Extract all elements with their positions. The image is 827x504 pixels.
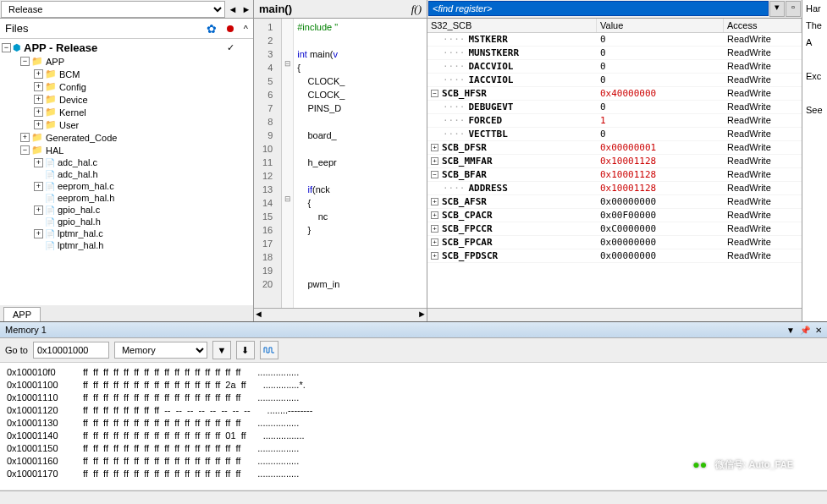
memory-btn-refresh[interactable]: ⬇ [236, 341, 255, 359]
project-tab[interactable]: APP [3, 307, 41, 321]
status-bar [0, 490, 827, 504]
tree-item[interactable]: +📄eeprom_hal.c [0, 180, 253, 192]
tree-item[interactable]: +📄gpio_hal.c [0, 204, 253, 216]
code-title: main() [259, 3, 411, 15]
memory-btn-dropdown[interactable]: ▼ [212, 341, 231, 359]
register-row[interactable]: ····FORCED1ReadWrite [427, 114, 802, 128]
register-panel: ▾ ▫ S32_SCB Value Access ····MSTKERR0Rea… [427, 0, 802, 321]
tree-item[interactable]: +📄adc_hal.c [0, 156, 253, 168]
register-row[interactable]: ····ADDRESS0x10001128ReadWrite [427, 182, 802, 195]
memory-close-icon[interactable]: ✕ [815, 326, 822, 335]
tree-item[interactable]: 📄eeprom_hal.h [0, 192, 253, 204]
memory-address-input[interactable] [33, 342, 109, 359]
memory-btn-signal[interactable] [260, 341, 278, 359]
register-grid[interactable]: S32_SCB Value Access ····MSTKERR0ReadWri… [427, 19, 802, 308]
project-tree[interactable]: −⬢APP - Release✓−📁APP+📁BCM+📁Config+📁Devi… [0, 39, 253, 305]
memory-row[interactable]: 0x10001170ff ff ff ff ff ff ff ff ff ff … [7, 468, 820, 480]
memory-row[interactable]: 0x10001100ff ff ff ff ff ff ff ff ff ff … [7, 379, 820, 392]
tree-item[interactable]: +📄lptmr_hal.c [0, 227, 253, 239]
register-row[interactable]: +SCB_DFSR0x00000001ReadWrite [427, 141, 802, 155]
memory-type-select[interactable]: Memory [114, 342, 207, 359]
tree-item[interactable]: 📄gpio_hal.h [0, 216, 253, 227]
project-panel: Release ◄ ► Files ✿ ^ −⬢APP - Release✓−📁… [0, 0, 254, 321]
memory-row[interactable]: 0x10001150ff ff ff ff ff ff ff ff ff ff … [7, 442, 820, 455]
register-row[interactable]: +SCB_FPCAR0x00000000ReadWrite [427, 236, 802, 249]
up-icon[interactable]: ^ [244, 24, 248, 34]
memory-dump[interactable]: 0x100010f0ff ff ff ff ff ff ff ff ff ff … [0, 363, 827, 490]
tree-root[interactable]: −⬢APP - Release✓ [0, 41, 253, 55]
register-row[interactable]: +SCB_MMFAR0x10001128ReadWrite [427, 155, 802, 168]
register-row[interactable]: ····IACCVIOL0ReadWrite [427, 74, 802, 87]
register-hscroll[interactable] [427, 308, 802, 321]
tree-item[interactable]: +📁User [0, 118, 253, 131]
register-header: S32_SCB Value Access [427, 19, 802, 33]
memory-row[interactable]: 0x10001160ff ff ff ff ff ff ff ff ff ff … [7, 455, 820, 468]
register-row[interactable]: +SCB_AFSR0x00000000ReadWrite [427, 195, 802, 209]
register-row[interactable]: ····DACCVIOL0ReadWrite [427, 60, 802, 74]
goto-label: Go to [5, 345, 28, 355]
memory-row[interactable]: 0x100010f0ff ff ff ff ff ff ff ff ff ff … [7, 366, 820, 379]
memory-row[interactable]: 0x10001110ff ff ff ff ff ff ff ff ff ff … [7, 392, 820, 404]
memory-row[interactable]: 0x10001140ff ff ff ff ff ff ff ff ff ff … [7, 430, 820, 442]
record-icon[interactable] [227, 25, 234, 32]
memory-title: Memory 1 [5, 325, 781, 335]
config-select[interactable]: Release [1, 1, 225, 18]
gear-icon[interactable]: ✿ [207, 22, 217, 36]
tree-item[interactable]: +📁Generated_Code [0, 131, 253, 144]
tree-item[interactable]: +📁Kernel [0, 106, 253, 118]
memory-row[interactable]: 0x10001120ff ff ff ff ff ff ff ff -- -- … [7, 404, 820, 417]
next-button[interactable]: ► [240, 4, 253, 14]
memory-menu-icon[interactable]: ▼ [786, 326, 795, 335]
register-row[interactable]: −SCB_HFSR0x40000000ReadWrite [427, 87, 802, 101]
find-dropdown[interactable]: ▾ [769, 1, 785, 17]
right-sidebar: HarThe A Exc See [802, 0, 827, 321]
memory-panel: Memory 1 ▼ 📌 ✕ Go to Memory ▼ ⬇ 0x100010… [0, 321, 827, 490]
prev-button[interactable]: ◄ [226, 4, 240, 14]
find-register-input[interactable] [428, 1, 769, 16]
find-extra[interactable]: ▫ [786, 1, 801, 17]
register-row[interactable]: −SCB_BFAR0x10001128ReadWrite [427, 168, 802, 182]
tree-item[interactable]: 📄adc_hal.h [0, 168, 253, 180]
tree-item[interactable]: 📄lptmr_hal.h [0, 239, 253, 251]
register-row[interactable]: +SCB_CPACR0x00F00000ReadWrite [427, 209, 802, 222]
code-panel: main() f() 12345678910111213141516171819… [254, 0, 427, 321]
tree-item[interactable]: +📁BCM [0, 68, 253, 80]
register-row[interactable]: ····DEBUGEVT0ReadWrite [427, 101, 802, 114]
memory-pin-icon[interactable]: 📌 [800, 326, 810, 335]
register-row[interactable]: ····MUNSTKERR0ReadWrite [427, 47, 802, 60]
memory-row[interactable]: 0x10001130ff ff ff ff ff ff ff ff ff ff … [7, 417, 820, 430]
function-icon[interactable]: f() [411, 3, 422, 16]
code-hscroll[interactable]: ◄► [254, 308, 427, 321]
tree-item[interactable]: −📁APP [0, 55, 253, 68]
tree-item[interactable]: +📁Device [0, 93, 253, 106]
code-editor[interactable]: 1234567891011121314151617181920 ⊟⊟ #incl… [254, 19, 427, 308]
register-row[interactable]: ····VECTTBL0ReadWrite [427, 128, 802, 141]
register-row[interactable]: ····MSTKERR0ReadWrite [427, 33, 802, 47]
tree-item[interactable]: +📁Config [0, 80, 253, 93]
tree-item[interactable]: −📁HAL [0, 144, 253, 156]
register-row[interactable]: +SCB_FPDSCR0x00000000ReadWrite [427, 249, 802, 263]
files-title: Files [5, 22, 207, 35]
register-row[interactable]: +SCB_FPCCR0xC0000000ReadWrite [427, 222, 802, 236]
